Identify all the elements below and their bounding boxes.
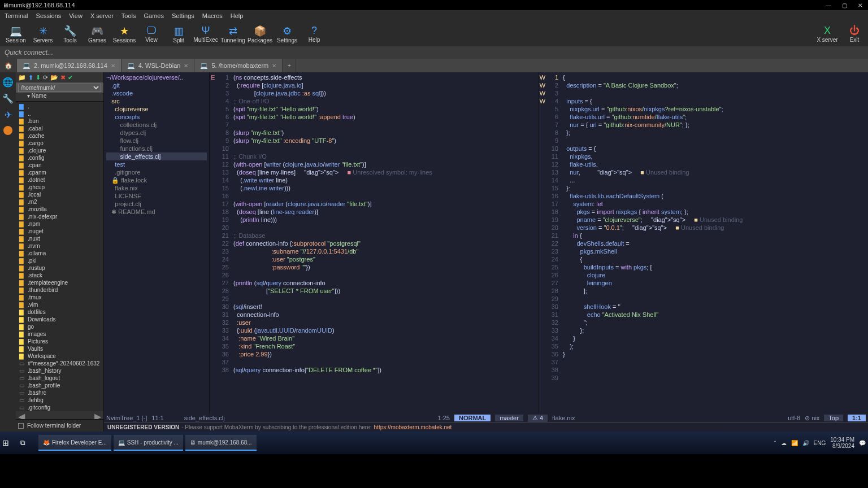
folder-item[interactable]: ▇.	[17, 103, 102, 110]
tool-session[interactable]: 💻Session	[2, 25, 29, 43]
folder-item[interactable]: ▇go	[17, 323, 102, 330]
notifications-icon[interactable]: 💬	[859, 440, 866, 446]
nvimtree-item[interactable]: clojureverse	[106, 105, 207, 113]
folder-item[interactable]: ▇.npm	[17, 220, 102, 228]
paperplane-icon[interactable]: ✈	[5, 110, 12, 120]
systray[interactable]: ˄ ☁ 📶 🔊 ENG 10:34 PM 8/9/2024 💬	[774, 437, 866, 449]
folder-item[interactable]: ▇Pictures	[17, 338, 102, 345]
menu-xserver[interactable]: X server	[90, 12, 114, 19]
menu-tools[interactable]: Tools	[121, 12, 136, 19]
close-icon[interactable]: ✕	[184, 63, 188, 69]
nvimtree-item[interactable]: LICENSE	[106, 192, 207, 200]
folder-item[interactable]: ▇.local	[17, 191, 102, 198]
start-button[interactable]: ⊞	[2, 438, 20, 447]
menu-help[interactable]: Help	[231, 12, 244, 19]
folder-item[interactable]: ▇.bun	[17, 117, 102, 125]
file-item[interactable]: ▭.gitconfig	[17, 404, 102, 411]
nvimtree-item[interactable]: .gitignore	[106, 168, 207, 176]
globe-icon[interactable]: 🌐	[2, 77, 14, 88]
tool-settings[interactable]: ⚙Settings	[274, 25, 301, 43]
tool-sessions[interactable]: ★Sessions	[111, 25, 138, 43]
tab-session[interactable]: 💻5. /home/mobaxterm✕	[194, 59, 283, 72]
folder-item[interactable]: ▇.cache	[17, 132, 102, 140]
folder-item[interactable]: ▇..	[17, 110, 102, 117]
dot-icon[interactable]	[3, 126, 12, 135]
menu-macros[interactable]: Macros	[202, 12, 223, 19]
upload-icon[interactable]: ⬆	[28, 74, 33, 81]
tab-session[interactable]: 💻2. mumk@192.168.68.114✕	[17, 59, 121, 72]
taskview-button[interactable]: ⧉	[20, 439, 38, 447]
tool-servers[interactable]: ✳Servers	[29, 25, 57, 43]
download-icon[interactable]: ⬇	[36, 74, 41, 81]
folder-item[interactable]: ▇.clojure	[17, 147, 102, 154]
folder-item[interactable]: ▇.ollama	[17, 250, 102, 257]
clock[interactable]: 10:34 PM 8/9/2024	[830, 437, 854, 449]
menu-terminal[interactable]: Terminal	[5, 12, 28, 19]
tab-home[interactable]: 🏠	[0, 59, 17, 72]
folder-item[interactable]: ▇.nuxt	[17, 235, 102, 242]
folder-item[interactable]: ▇images	[17, 330, 102, 338]
tool-multiexec[interactable]: ΨMultiExec	[192, 25, 219, 43]
delete-icon[interactable]: ✖	[60, 74, 66, 81]
folder-item[interactable]: ▇.nuget	[17, 228, 102, 235]
folder-item[interactable]: ▇.stack	[17, 272, 102, 279]
close-button[interactable]: ✕	[852, 2, 868, 8]
tools-icon[interactable]: 🔧	[2, 93, 14, 104]
props-icon[interactable]: ✔	[68, 74, 73, 81]
menu-games[interactable]: Games	[144, 12, 164, 19]
tool-help[interactable]: ?Help	[301, 25, 328, 43]
folder-item[interactable]: ▇.ghcup	[17, 184, 102, 191]
nvimtree-item[interactable]: .vscode	[106, 89, 207, 97]
folder-item[interactable]: ▇.cargo	[17, 140, 102, 147]
file-item[interactable]: ▭.bash_history	[17, 367, 102, 374]
tool-games[interactable]: 🎮Games	[84, 25, 111, 43]
nvimtree-item[interactable]: dtypes.clj	[106, 129, 207, 137]
nvimtree-item[interactable]: side_effects.clj	[106, 152, 207, 160]
nvimtree-item[interactable]: functions.clj	[106, 145, 207, 152]
file-item[interactable]: ▭.fehbg	[17, 396, 102, 404]
folder-item[interactable]: ▇dotfiles	[17, 308, 102, 316]
file-item[interactable]: ▭.bash_logout	[17, 374, 102, 382]
lang-indicator[interactable]: ENG	[814, 440, 826, 446]
nvim-tree[interactable]: ~/Workspace/clojureverse/.. .git .vscode…	[104, 72, 209, 413]
folder-item[interactable]: ▇.tmux	[17, 294, 102, 301]
folder-item[interactable]: ▇.nvm	[17, 242, 102, 250]
close-icon[interactable]: ✕	[272, 63, 276, 69]
tool-split[interactable]: ▥Split	[165, 25, 192, 43]
scroll-right[interactable]: ▶	[94, 411, 101, 419]
folder-item[interactable]: ▇.mozilla	[17, 206, 102, 213]
nvimtree-item[interactable]: collections.clj	[106, 121, 207, 129]
newfolder-icon[interactable]: 📂	[50, 74, 58, 81]
nvimtree-item[interactable]: project.clj	[106, 200, 207, 208]
folder-item[interactable]: ▇Vaults	[17, 345, 102, 352]
taskbar-app[interactable]: 🖥mumk@192.168.68...	[185, 435, 257, 451]
cloud-icon[interactable]: ☁	[781, 440, 787, 446]
nvimtree-item[interactable]: flow.clj	[106, 137, 207, 145]
wifi-icon[interactable]: 📶	[791, 440, 798, 446]
chevron-up-icon[interactable]: ˄	[774, 440, 776, 446]
file-item[interactable]: ▭.bashrc	[17, 389, 102, 396]
folder-item[interactable]: ▇Workspace	[17, 352, 102, 360]
refresh-icon[interactable]: ⟳	[43, 74, 48, 81]
scroll-left[interactable]: ◀	[18, 411, 25, 419]
folder-item[interactable]: ▇.m2	[17, 198, 102, 206]
file-item[interactable]: ▭#*message*-20240602-1632	[17, 360, 102, 367]
menu-sessions[interactable]: Sessions	[36, 12, 62, 19]
nvimtree-item[interactable]: 🔒 flake.lock	[106, 176, 207, 184]
folder-item[interactable]: ▇.templateengine	[17, 279, 102, 286]
folder-item[interactable]: ▇.dotnet	[17, 176, 102, 184]
tool-tools[interactable]: 🔧Tools	[57, 25, 84, 43]
nvimtree-item[interactable]: concepts	[106, 113, 207, 121]
taskbar-app[interactable]: 🦊Firefox Developer E...	[38, 435, 111, 451]
path-select[interactable]: /home/mumk/	[18, 84, 101, 92]
tool-packages[interactable]: 📦Packages	[246, 25, 274, 43]
folder-icon[interactable]: 📁	[18, 74, 26, 81]
minimize-button[interactable]: —	[821, 2, 836, 8]
unreg-link[interactable]: https://mobaxterm.mobatek.net	[374, 424, 452, 430]
tool-exit[interactable]: ⏻Exit	[841, 25, 868, 43]
folder-item[interactable]: ▇.nix-defexpr	[17, 213, 102, 220]
taskbar-app[interactable]: 💻SSH - productivity ...	[114, 435, 183, 451]
folder-item[interactable]: ▇.vim	[17, 301, 102, 308]
tool-xserver[interactable]: XX server	[814, 25, 841, 43]
folder-item[interactable]: ▇.config	[17, 154, 102, 162]
